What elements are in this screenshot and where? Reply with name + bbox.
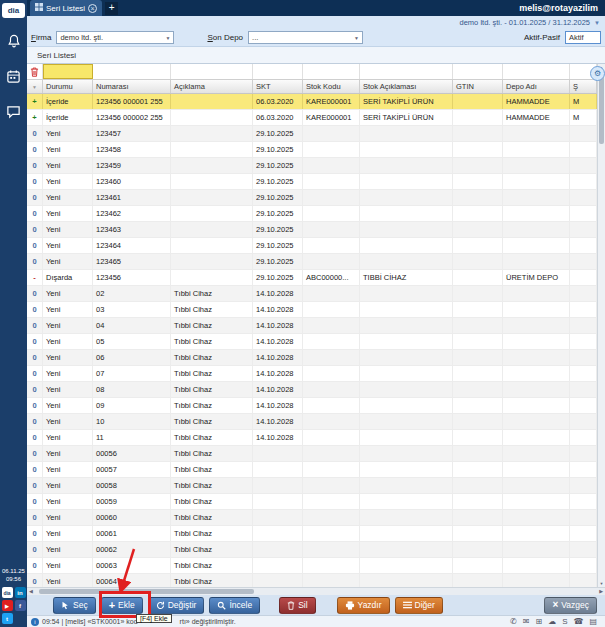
table-cell [453, 366, 503, 381]
filter-cell[interactable] [93, 64, 171, 79]
firma-select[interactable]: demo ltd. şti. ▼ [56, 31, 174, 44]
sil-button[interactable]: Sil [279, 597, 315, 614]
column-header[interactable]: Stok Kodu [303, 80, 360, 93]
linkedin-icon[interactable]: in [15, 587, 26, 598]
mail-icon[interactable]: ✉ [523, 617, 530, 626]
new-tab-button[interactable]: + [105, 2, 118, 15]
dia-social-icon[interactable]: dia [2, 587, 13, 598]
chat-icon[interactable] [6, 104, 21, 123]
tab-seri-listesi[interactable]: Seri Listesi × [30, 0, 102, 16]
column-header[interactable]: Depo Adı [503, 80, 570, 93]
scroll-down-icon[interactable]: ▼ [598, 581, 605, 586]
table-row[interactable]: 0Yeni00058Tıbbi Cihaz [27, 478, 597, 494]
table-cell [303, 446, 360, 461]
column-header[interactable]: Durumu [43, 80, 93, 93]
table-row[interactable]: -Dışarda12345629.10.2025ABC00000...TIBBİ… [27, 270, 597, 286]
table-row[interactable]: 0Yeni06Tıbbi Cihaz14.10.2028 [27, 350, 597, 366]
yazdir-button[interactable]: Yazdır [337, 597, 390, 614]
table-cell: Tıbbi Cihaz [171, 382, 253, 397]
degistir-button[interactable]: Değiştir [148, 597, 205, 614]
table-row[interactable]: 0Yeni00056Tıbbi Cihaz [27, 446, 597, 462]
table-cell: 29.10.2025 [253, 254, 303, 269]
filter-cell[interactable] [171, 64, 253, 79]
column-header[interactable]: Ş [570, 80, 597, 93]
son-depo-select[interactable]: ... ▼ [248, 31, 363, 44]
calendar-icon[interactable] [6, 69, 21, 88]
table-row[interactable]: 0Yeni09Tıbbi Cihaz14.10.2028 [27, 398, 597, 414]
table-cell [303, 398, 360, 413]
facebook-icon[interactable]: f [15, 600, 26, 611]
phone-icon[interactable]: ☎ [573, 617, 583, 626]
twitter-icon[interactable]: t [2, 613, 13, 624]
table-row[interactable]: 0Yeni12346229.10.2025 [27, 206, 597, 222]
cloud-icon[interactable]: ☁ [548, 617, 556, 626]
table-cell [303, 510, 360, 525]
clear-filters-button[interactable] [27, 64, 43, 79]
table-row[interactable]: 0Yeni12346029.10.2025 [27, 174, 597, 190]
vertical-scrollbar[interactable]: ▲ ▼ [597, 64, 605, 587]
diger-button[interactable]: Diğer [395, 597, 443, 614]
filter-cell[interactable] [453, 64, 503, 79]
scroll-right-icon[interactable]: ▶ [599, 588, 603, 595]
table-row[interactable]: 0Yeni07Tıbbi Cihaz14.10.2028 [27, 366, 597, 382]
filter-cell[interactable] [360, 64, 453, 79]
s-logo-icon[interactable]: S [562, 617, 567, 626]
horizontal-scrollbar[interactable]: ◀ ▶ [27, 587, 605, 595]
table-row[interactable]: 0Yeni12346529.10.2025 [27, 254, 597, 270]
column-header[interactable]: SKT [253, 80, 303, 93]
filter-cell[interactable] [43, 64, 93, 79]
table-row[interactable]: 0Yeni00063Tıbbi Cihaz [27, 558, 597, 574]
table-row[interactable]: 0Yeni12345729.10.2025 [27, 126, 597, 142]
call-icon[interactable]: ✆ [510, 617, 517, 626]
vertical-scroll-thumb[interactable] [599, 76, 604, 144]
scroll-left-icon[interactable]: ◀ [29, 588, 33, 595]
status-glyph-cell: 0 [27, 574, 43, 587]
table-row[interactable]: +İçeride123456 000001 25506.03.2020KARE0… [27, 94, 597, 110]
youtube-icon[interactable]: ▶ [2, 600, 13, 611]
table-row[interactable]: 0Yeni04Tıbbi Cihaz14.10.2028 [27, 318, 597, 334]
aktif-pasif-select[interactable]: Aktif [565, 31, 601, 44]
status-glyph-cell: 0 [27, 158, 43, 173]
table-row[interactable]: 0Yeni00057Tıbbi Cihaz [27, 462, 597, 478]
table-row[interactable]: 0Yeni00064Tıbbi Cihaz [27, 574, 597, 587]
apps-grid-icon[interactable]: ⊞ [535, 617, 542, 626]
ekle-shortcut-tooltip: [F4] Ekle [136, 614, 172, 623]
period-icon[interactable]: ▼ [594, 20, 600, 26]
column-header[interactable]: GTIN [453, 80, 503, 93]
vazgec-button[interactable]: × Vazgeç [544, 597, 597, 614]
filter-cell[interactable] [303, 64, 360, 79]
table-row[interactable]: 0Yeni00061Tıbbi Cihaz [27, 526, 597, 542]
table-row[interactable]: 0Yeni12346429.10.2025 [27, 238, 597, 254]
column-header[interactable]: Açıklama [171, 80, 253, 93]
button-bar: Seç + Ekle Değiştir İncele Sil Yazdır [27, 595, 605, 615]
table-row[interactable]: 0Yeni05Tıbbi Cihaz14.10.2028 [27, 334, 597, 350]
notifications-bell-icon[interactable] [7, 34, 21, 53]
status-glyph-cell: 0 [27, 462, 43, 477]
table-row[interactable]: 0Yeni08Tıbbi Cihaz14.10.2028 [27, 382, 597, 398]
table-row[interactable]: 0Yeni00060Tıbbi Cihaz [27, 510, 597, 526]
table-row[interactable]: 0Yeni12345929.10.2025 [27, 158, 597, 174]
incele-button[interactable]: İncele [209, 597, 260, 614]
table-row[interactable]: 0Yeni12346129.10.2025 [27, 190, 597, 206]
tab-close-icon[interactable]: × [88, 4, 97, 13]
table-row[interactable]: 0Yeni11Tıbbi Cihaz14.10.2028 [27, 430, 597, 446]
table-row[interactable]: 0Yeni00062Tıbbi Cihaz [27, 542, 597, 558]
table-row[interactable]: 0Yeni00059Tıbbi Cihaz [27, 494, 597, 510]
table-cell [303, 526, 360, 541]
table-row[interactable]: 0Yeni03Tıbbi Cihaz14.10.2028 [27, 302, 597, 318]
table-row[interactable]: 0Yeni12345829.10.2025 [27, 142, 597, 158]
table-row[interactable]: 0Yeni12346329.10.2025 [27, 222, 597, 238]
panel-icon[interactable]: ▤ [589, 617, 597, 626]
column-header[interactable]: Stok Açıklaması [360, 80, 453, 93]
table-row[interactable]: +İçeride123456 000002 25506.03.2020KARE0… [27, 110, 597, 126]
filter-cell[interactable] [253, 64, 303, 79]
table-row[interactable]: 0Yeni10Tıbbi Cihaz14.10.2028 [27, 414, 597, 430]
table-settings-button[interactable]: ⚙ [590, 66, 605, 81]
table-row[interactable]: 0Yeni02Tıbbi Cihaz14.10.2028 [27, 286, 597, 302]
column-header[interactable]: Numarası [93, 80, 171, 93]
info-icon[interactable]: i [31, 618, 39, 626]
filter-cell[interactable] [503, 64, 570, 79]
ekle-button[interactable]: + Ekle [101, 597, 143, 614]
horizontal-scroll-thumb[interactable] [39, 589, 254, 594]
sec-button[interactable]: Seç [53, 597, 96, 614]
